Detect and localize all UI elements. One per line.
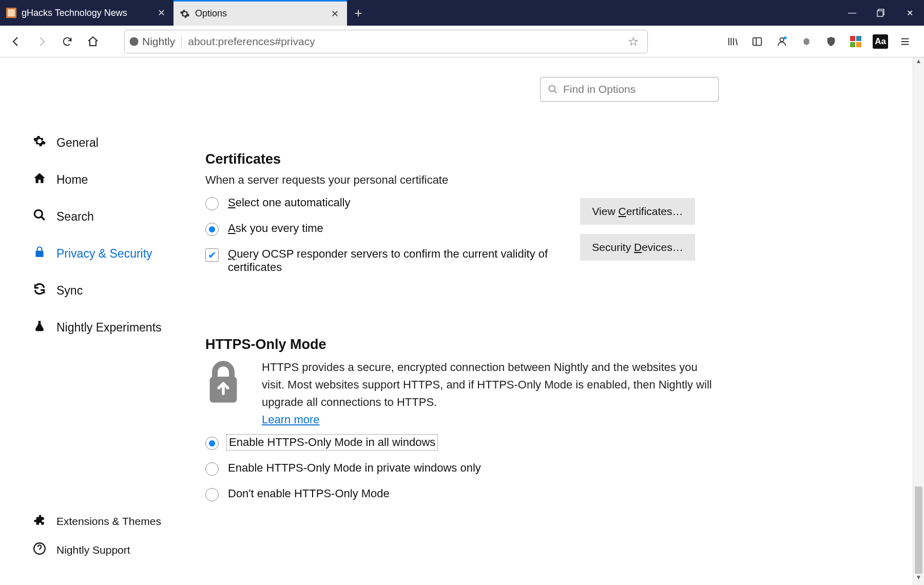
search-icon (32, 208, 47, 225)
radio-label: Enable HTTPS-Only Mode in all windows (228, 436, 436, 449)
section-heading: Certificates (205, 151, 719, 167)
help-icon (32, 542, 47, 559)
https-lock-icon (205, 359, 241, 406)
gear-icon (180, 9, 190, 19)
radio-https-all[interactable]: Enable HTTPS-Only Mode in all windows (205, 436, 719, 450)
checkbox-label: Query OCSP responder servers to confirm … (228, 247, 556, 274)
url-bar[interactable]: Nightly about:preferences#privacy ☆ (124, 30, 648, 53)
home-button[interactable] (81, 30, 105, 53)
sidebar-item-home[interactable]: Home (32, 161, 205, 198)
account-icon[interactable] (770, 30, 794, 53)
sidebar-item-privacy[interactable]: Privacy & Security (32, 235, 205, 272)
reader-aa-icon[interactable]: Aa (869, 30, 892, 53)
nav-toolbar: Nightly about:preferences#privacy ☆ Aa (0, 26, 924, 57)
https-description: HTTPS provides a secure, encrypted conne… (262, 361, 712, 408)
svg-rect-10 (850, 42, 855, 47)
radio-label: Ask you every time (228, 222, 323, 235)
radio-https-private[interactable]: Enable HTTPS-Only Mode in private window… (205, 461, 719, 476)
svg-point-12 (34, 210, 42, 218)
sidebar-support-link[interactable]: Nightly Support (32, 536, 205, 564)
library-icon[interactable] (721, 30, 744, 53)
new-tab-button[interactable]: + (347, 5, 370, 21)
svg-point-6 (780, 37, 783, 41)
radio-ask-every-time[interactable]: Ask you every time (205, 222, 565, 236)
svg-rect-1 (8, 9, 15, 16)
checkbox-ocsp[interactable]: ✔ Query OCSP responder servers to confir… (205, 247, 565, 274)
section-https-only: HTTPS-Only Mode HTTPS provides a secure,… (205, 337, 719, 501)
svg-point-7 (784, 36, 787, 39)
gear-icon (32, 134, 47, 151)
find-in-options-input[interactable]: Find in Options (540, 77, 719, 102)
sidebar-item-label: Home (56, 173, 88, 187)
learn-more-link[interactable]: Learn more (262, 413, 320, 426)
sidebar-item-search[interactable]: Search (32, 198, 205, 235)
sidebar-item-label: Extensions & Themes (56, 515, 161, 528)
app-menu-button[interactable] (893, 30, 917, 53)
url-text: about:preferences#privacy (188, 35, 624, 48)
sidebar-extensions-link[interactable]: Extensions & Themes (32, 507, 205, 536)
sidebar-item-experiments[interactable]: Nightly Experiments (32, 309, 205, 346)
flask-icon (32, 319, 47, 336)
reload-button[interactable] (55, 30, 79, 53)
radio-icon (205, 462, 219, 476)
svg-rect-8 (850, 36, 855, 41)
sidebar-item-label: General (56, 136, 99, 150)
preferences-sidebar: General Home Search Privacy & Security S… (0, 57, 205, 585)
svg-point-14 (549, 86, 555, 92)
radio-icon (205, 197, 219, 210)
maximize-button[interactable] (867, 0, 895, 26)
radio-select-auto[interactable]: Select one automatically (205, 196, 565, 210)
sidebar-item-general[interactable]: General (32, 124, 205, 161)
scroll-down-icon[interactable]: ▼ (913, 574, 924, 585)
sidebar-item-sync[interactable]: Sync (32, 272, 205, 309)
section-subtext: When a server requests your personal cer… (205, 173, 719, 187)
sidebar-toggle-icon[interactable] (745, 30, 769, 53)
section-certificates: Certificates When a server requests your… (205, 151, 719, 285)
radio-icon (205, 488, 219, 501)
tab-label: Options (195, 8, 329, 19)
view-certificates-button[interactable]: View Certificates… (580, 198, 695, 225)
nightly-icon (129, 36, 139, 47)
scroll-up-icon[interactable]: ▲ (913, 57, 924, 69)
sync-icon (32, 282, 47, 299)
puzzle-icon (32, 513, 47, 530)
radio-icon (205, 223, 219, 236)
radio-label: Select one automatically (228, 196, 350, 209)
bookmark-star-icon[interactable]: ☆ (624, 34, 643, 49)
svg-rect-5 (753, 37, 762, 45)
sidebar-item-label: Sync (56, 284, 83, 298)
tab-ghacks[interactable]: gHacks Technology News ✕ (0, 0, 174, 26)
identity-box[interactable]: Nightly (129, 35, 182, 48)
sidebar-item-label: Search (56, 210, 94, 224)
sidebar-item-label: Nightly Support (56, 544, 130, 556)
radio-label: Don't enable HTTPS-Only Mode (228, 487, 390, 500)
radio-icon (205, 437, 219, 450)
vertical-scrollbar[interactable]: ▲ ▼ (913, 57, 924, 585)
close-icon[interactable]: ✕ (329, 8, 341, 20)
close-icon[interactable]: ✕ (155, 7, 167, 18)
forward-button[interactable] (30, 30, 53, 53)
tab-label: gHacks Technology News (22, 8, 155, 18)
tab-options[interactable]: Options ✕ (174, 0, 347, 26)
sidebar-item-label: Privacy & Security (56, 247, 152, 261)
favicon-icon (6, 8, 16, 18)
svg-rect-9 (856, 36, 861, 41)
shield-icon[interactable] (819, 30, 843, 53)
svg-rect-3 (877, 11, 883, 16)
close-window-button[interactable]: ✕ (895, 0, 924, 26)
color-grid-icon[interactable] (844, 30, 868, 53)
radio-https-none[interactable]: Don't enable HTTPS-Only Mode (205, 487, 719, 501)
svg-rect-11 (856, 42, 861, 47)
minimize-button[interactable]: — (838, 0, 867, 26)
sidebar-item-label: Nightly Experiments (56, 321, 162, 335)
preferences-main: Find in Options Certificates When a serv… (205, 57, 924, 585)
lock-icon (32, 245, 47, 262)
search-icon (548, 84, 558, 94)
search-placeholder: Find in Options (563, 83, 636, 95)
extension-icon[interactable] (795, 30, 818, 53)
back-button[interactable] (4, 30, 28, 53)
checkbox-icon: ✔ (205, 248, 219, 262)
security-devices-button[interactable]: Security Devices… (580, 234, 695, 261)
scrollbar-thumb[interactable] (915, 486, 922, 574)
home-icon (32, 171, 47, 188)
